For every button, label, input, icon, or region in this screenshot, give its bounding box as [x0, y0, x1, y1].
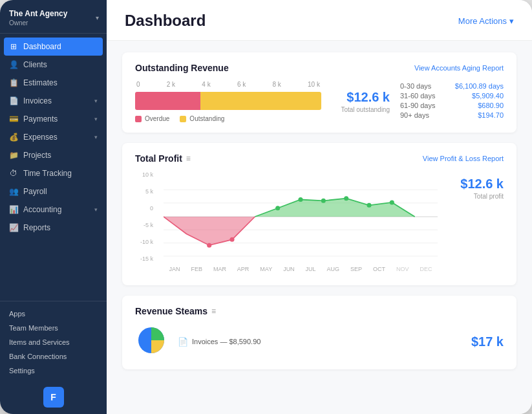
items-services-label: Items and Services [9, 338, 70, 346]
invoice-label: Invoices — $8,590.90 [192, 338, 261, 345]
sidebar-item-time-tracking[interactable]: ⏱ Time Tracking [0, 164, 107, 182]
pie-chart-placeholder [135, 324, 167, 359]
sidebar-item-dashboard[interactable]: ⊞ Dashboard [4, 38, 103, 56]
main-content-area: Dashboard More Actions ▾ Outstanding Rev… [107, 0, 532, 414]
sidebar-item-clients[interactable]: 👤 Clients [0, 56, 107, 74]
revenue-bar-stack [135, 92, 321, 110]
sidebar-item-settings[interactable]: Settings [0, 364, 107, 378]
expenses-label: Expenses [23, 133, 58, 142]
total-profit-title: Total Profit [135, 153, 182, 164]
aging-period: 61-90 days [400, 102, 435, 109]
bar-legend: Overdue Outstanding [135, 115, 321, 122]
data-point [367, 203, 371, 208]
x-axis-labels: JAN FEB MAR APR MAY JUN JUL AUG SEP OCT … [164, 266, 438, 272]
sidebar-item-reports[interactable]: 📈 Reports [0, 219, 107, 237]
projects-icon: 📁 [9, 151, 18, 160]
payroll-icon: 👥 [9, 187, 18, 196]
time-tracking-icon: ⏱ [9, 169, 18, 178]
steams-pie-svg [135, 324, 167, 356]
revenue-total-amount: $12.6 k [332, 90, 390, 105]
legend-overdue: Overdue [135, 115, 169, 122]
profit-total-label: Total profit [445, 193, 504, 200]
profit-total-amount: $12.6 k [445, 177, 504, 191]
invoices-arrow-icon: ▾ [94, 98, 98, 104]
overdue-dot [135, 116, 142, 122]
steams-title-group: Revenue Steams ≡ [135, 306, 216, 316]
accounting-label: Accounting [23, 205, 61, 214]
aging-amount: $680.90 [478, 102, 504, 109]
sidebar-item-bank-connections[interactable]: Bank Connections [0, 349, 107, 364]
reports-icon: 📈 [9, 223, 18, 232]
steams-invoice-item: 📄 Invoices — $8,590.90 [178, 337, 261, 347]
apps-label: Apps [9, 310, 25, 318]
page-title: Dashboard [125, 12, 206, 30]
dashboard-icon: ⊞ [9, 42, 18, 51]
aging-period: 0-30 days [400, 82, 431, 90]
dashboard-label: Dashboard [23, 42, 61, 51]
revenue-steams-title: Revenue Steams [135, 306, 207, 316]
sidebar-item-invoices[interactable]: 📄 Invoices ▾ [0, 92, 107, 110]
sidebar-item-items-services[interactable]: Items and Services [0, 335, 107, 349]
invoices-label: Invoices [23, 96, 52, 105]
aging-period: 90+ days [400, 111, 429, 119]
data-point [321, 199, 326, 203]
sidebar-item-accounting[interactable]: 📊 Accounting ▾ [0, 201, 107, 219]
aging-amount: $6,100.89 days [455, 82, 504, 90]
bar-axis: 0 2 k 4 k 6 k 8 k 10 k [135, 81, 321, 88]
revenue-chart-area: 0 2 k 4 k 6 k 8 k 10 k [135, 81, 504, 122]
revenue-steams-header: Revenue Steams ≡ [135, 306, 504, 316]
data-point [344, 196, 348, 201]
accounting-icon: 📊 [9, 205, 18, 214]
outstanding-label: Outstanding [189, 115, 224, 122]
sidebar-header[interactable]: The Ant Agency Owner ▾ [0, 0, 107, 34]
expenses-arrow-icon: ▾ [94, 134, 98, 140]
expenses-icon: 💰 [9, 133, 18, 142]
sidebar-item-payments[interactable]: 💳 Payments ▾ [0, 110, 107, 128]
data-point [298, 197, 303, 202]
invoice-icon: 📄 [178, 337, 188, 347]
sidebar-item-projects[interactable]: 📁 Projects [0, 146, 107, 164]
bar-chart-container: 0 2 k 4 k 6 k 8 k 10 k [135, 81, 321, 122]
projects-label: Projects [23, 151, 51, 160]
estimates-label: Estimates [23, 78, 58, 87]
main-scrollable-content: Outstanding Revenue View Accounts Aging … [107, 41, 532, 414]
steams-filter-icon[interactable]: ≡ [211, 307, 216, 316]
payments-label: Payments [23, 114, 58, 124]
agency-name: The Ant Agency [9, 9, 67, 19]
outstanding-revenue-card: Outstanding Revenue View Accounts Aging … [122, 52, 516, 133]
sidebar-item-payroll[interactable]: 👥 Payroll [0, 182, 107, 201]
filter-icon[interactable]: ≡ [186, 154, 191, 163]
aging-row: 31-60 days $5,909.40 [400, 92, 504, 100]
sidebar-item-expenses[interactable]: 💰 Expenses ▾ [0, 128, 107, 146]
invoices-icon: 📄 [9, 96, 18, 105]
sidebar-item-estimates[interactable]: 📋 Estimates [0, 74, 107, 92]
sidebar-item-apps[interactable]: Apps [0, 307, 107, 321]
sidebar: The Ant Agency Owner ▾ ⊞ Dashboard 👤 Cli… [0, 0, 107, 414]
revenue-steams-card: Revenue Steams ≡ 📄 Invoices — [122, 296, 516, 369]
view-profit-loss-link[interactable]: View Profit & Loss Report [423, 155, 504, 162]
outstanding-revenue-header: Outstanding Revenue View Accounts Aging … [135, 63, 504, 73]
revenue-steams-content: 📄 Invoices — $8,590.90 $17 k [135, 324, 504, 359]
aging-row: 0-30 days $6,100.89 days [400, 82, 504, 90]
bank-connections-label: Bank Connections [9, 353, 67, 360]
estimates-icon: 📋 [9, 78, 18, 87]
payments-arrow-icon: ▾ [94, 116, 98, 122]
data-point [207, 243, 211, 248]
settings-label: Settings [9, 367, 35, 375]
sidebar-item-team-members[interactable]: Team Members [0, 321, 107, 335]
profit-chart-container: 10 k 5 k 0 -5 k -10 k -15 k [135, 171, 504, 275]
clients-label: Clients [23, 60, 47, 69]
legend-outstanding: Outstanding [180, 115, 224, 122]
aging-row: 90+ days $194.70 [400, 111, 504, 119]
more-actions-button[interactable]: More Actions ▾ [458, 16, 514, 26]
clients-icon: 👤 [9, 60, 18, 69]
y-axis-labels: 10 k 5 k 0 -5 k -10 k -15 k [135, 171, 156, 262]
overdue-label: Overdue [145, 115, 169, 122]
accounting-arrow-icon: ▾ [94, 206, 98, 213]
view-accounts-aging-link[interactable]: View Accounts Aging Report [414, 64, 504, 72]
main-header: Dashboard More Actions ▾ [107, 0, 532, 41]
aging-table: 0-30 days $6,100.89 days 31-60 days $5,9… [400, 82, 504, 121]
data-point [229, 237, 234, 242]
agency-chevron-icon: ▾ [96, 14, 99, 21]
time-tracking-label: Time Tracking [23, 169, 72, 178]
